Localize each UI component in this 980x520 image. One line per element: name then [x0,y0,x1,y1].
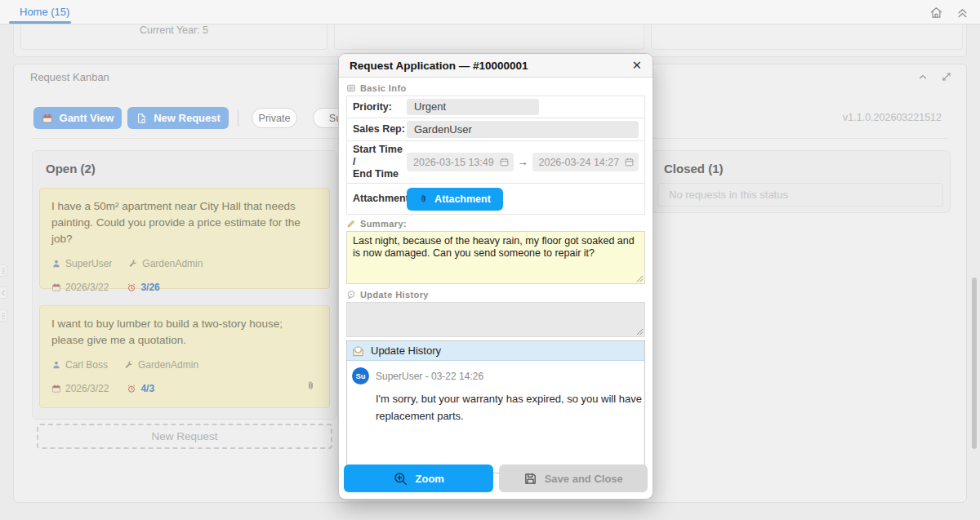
priority-label: Priority: [353,101,407,113]
zoom-button-label: Zoom [416,473,444,485]
close-icon[interactable]: ✕ [632,60,642,72]
update-history-textarea[interactable] [346,302,645,337]
magnifier-plus-icon [393,471,408,487]
new-request-label: New Request [154,112,220,124]
sales-rep-label: Sales Rep: [353,123,407,136]
priority-row: Priority: Urgent [347,96,644,118]
new-request-button[interactable]: New Request [127,107,229,129]
new-request-dashed-button[interactable]: New Request [37,424,332,449]
update-history-list: Su SuperUser - 03-22 14:26 I'm sorry, bu… [347,361,644,473]
comment-text: I'm sorry, but your warranty has expired… [376,390,644,424]
panel-collapse-icon[interactable] [918,72,928,82]
stats-current-year: Current Year: 5 [140,24,208,37]
card-2-text: I want to buy lumber to build a two-stor… [51,316,318,349]
avatar: Su [352,367,369,384]
modal-title: Request Application — #10000001 [350,60,528,72]
vertical-scrollbar-thumb[interactable] [972,278,977,449]
drawer-handle-collapse[interactable] [0,287,7,299]
summary-textarea[interactable]: Last night, because of the heavy rain, m… [346,231,645,284]
basic-info-section-header: Basic Info [346,81,645,96]
start-time-input[interactable]: 2026-03-15 13:49 [407,153,514,171]
card-1-due: 3/26 [140,282,159,293]
calendar-picker-icon[interactable] [499,157,510,167]
resize-grip-icon[interactable] [636,275,644,282]
start-time-value: 2026-03-15 13:49 [413,157,494,168]
summary-label: Summary: [360,219,407,229]
start-time-label: Start Time / [353,144,403,167]
gantt-view-button[interactable]: Gantt View [33,107,122,129]
version-label: v1.1.0.202603221512 [843,112,942,123]
filter-private-button[interactable]: Private [252,108,297,128]
kanban-column-closed: Closed (1) No requests in this status [650,150,951,213]
summary-text: Last night, because of the heavy rain, m… [353,235,635,259]
kanban-card-1[interactable]: I have a 50m² apartment near City Hall t… [39,188,330,289]
summary-section-header: Summary: [346,216,645,231]
form-icon [346,83,356,93]
arrow-right-icon: → [518,156,528,168]
gantt-calendar-icon [42,113,53,124]
pencil-icon [346,219,356,229]
tab-active-underline [9,21,71,24]
speech-bubble-icon [346,290,356,300]
history-comment: Su SuperUser - 03-22 14:26 [352,367,644,384]
priority-input[interactable]: Urgent [407,99,539,115]
alarm-clock-icon [127,282,136,292]
sales-rep-input[interactable]: GardenUser [407,121,639,138]
card-2-date: 2026/3/22 [65,383,109,394]
person-icon [51,259,61,269]
zoom-button[interactable]: Zoom [344,464,493,492]
end-time-label: End Time [353,168,399,180]
end-time-input[interactable]: 2026-03-24 14:27 [532,153,639,171]
drawer-handle-bottom[interactable] [0,309,7,322]
save-and-close-button[interactable]: Save and Close [499,464,648,492]
home-icon[interactable] [929,6,943,20]
kanban-panel-title: Request Kanban [30,71,109,83]
update-history-panel-header: Update History [347,341,644,361]
collapse-all-icon[interactable] [956,7,969,19]
paperclip-icon [305,380,316,392]
attachment-label: Attachment [353,193,407,205]
closed-empty-placeholder: No requests in this status [657,183,943,207]
tab-bar: Home (15) [0,0,980,24]
panel-expand-icon[interactable] [942,72,951,82]
card-1-date: 2026/3/22 [65,282,109,293]
floppy-disk-icon [523,472,537,486]
time-range-label: Start Time / End Time [353,144,407,180]
update-history-panel: Update History Su SuperUser - 03-22 14:2… [346,340,645,473]
card-2-due: 4/3 [140,383,154,394]
resize-grip-icon[interactable] [636,328,644,336]
update-history-label: Update History [360,290,429,300]
filter-private-label: Private [259,113,291,124]
calendar-picker-icon[interactable] [624,157,635,167]
calendar-icon [51,384,61,393]
card-1-assignee: GardenAdmin [142,258,203,269]
drawer-handle-top[interactable] [0,264,7,277]
pin-icon [419,193,428,204]
card-1-owner: SuperUser [65,258,112,269]
closed-empty-text: No requests in this status [669,189,788,201]
tab-home[interactable]: Home (15) [20,6,69,18]
basic-info-form: Priority: Urgent Sales Rep: GardenUser S… [346,96,645,215]
end-time-value: 2026-03-24 14:27 [539,157,620,168]
open-column-title: Open (2) [33,151,336,176]
new-request-dashed-label: New Request [151,430,217,442]
save-and-close-label: Save and Close [545,473,623,485]
toolbar-separator [238,109,238,127]
basic-info-label: Basic Info [360,83,407,93]
kanban-column-open: Open (2) I have a 50m² apartment near Ci… [32,150,337,420]
time-range-row: Start Time / End Time 2026-03-15 13:49 →… [347,141,644,184]
modal-header: Request Application — #10000001 ✕ [339,54,653,78]
new-document-icon [136,113,147,124]
kanban-card-2[interactable]: I want to buy lumber to build a two-stor… [39,305,330,408]
wrench-icon [128,259,138,269]
update-history-section-header: Update History [346,287,645,302]
card-1-text: I have a 50m² apartment near City Hall t… [51,198,318,247]
attachment-row: Attachment Attachment [347,184,644,214]
alarm-clock-icon [127,384,136,393]
calendar-icon [51,282,61,292]
wrench-icon [124,360,134,370]
attachment-button[interactable]: Attachment [407,188,503,211]
closed-column-title: Closed (1) [651,151,950,176]
open-envelope-icon [351,344,365,358]
person-icon [51,360,61,370]
